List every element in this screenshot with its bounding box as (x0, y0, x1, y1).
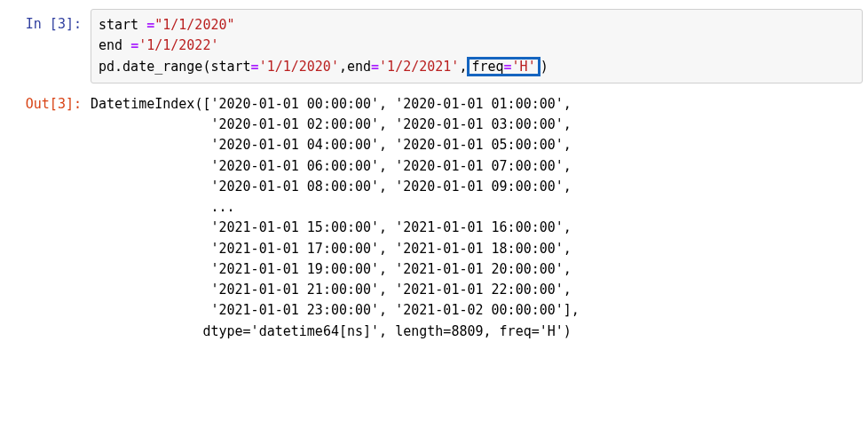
output-line: '2021-01-01 15:00:00', '2021-01-01 16:00… (91, 219, 572, 235)
notebook-cell-area: In [3]: start ="1/1/2020" end ='1/1/2022… (0, 0, 868, 362)
freq-argument-highlight: freq='H' (467, 57, 540, 77)
code-token-var: start (99, 17, 146, 33)
code-token-comma: , (459, 59, 467, 75)
code-token-eq: = (146, 17, 154, 33)
code-token-str: "1/1/2020" (154, 17, 234, 33)
output-line: '2021-01-01 17:00:00', '2021-01-01 18:00… (91, 241, 572, 257)
output-line: '2020-01-01 02:00:00', '2020-01-01 03:00… (91, 116, 572, 132)
output-line: '2020-01-01 04:00:00', '2020-01-01 05:00… (91, 137, 572, 153)
output-line: '2021-01-01 19:00:00', '2021-01-01 20:00… (91, 261, 572, 277)
output-line: ... (91, 199, 235, 215)
code-token-kw: freq (471, 59, 503, 75)
output-prompt: Out[3]: (5, 89, 91, 120)
code-token-close: ) (541, 59, 548, 75)
code-token-eq: = (371, 59, 379, 75)
code-line-2: end ='1/1/2022' (99, 37, 218, 53)
output-cell: Out[3]: DatetimeIndex(['2020-01-01 00:00… (5, 89, 863, 347)
code-line-1: start ="1/1/2020" (99, 17, 235, 33)
output-line: '2020-01-01 06:00:00', '2020-01-01 07:00… (91, 158, 572, 174)
output-line: '2021-01-01 23:00:00', '2021-01-02 00:00… (91, 302, 580, 318)
code-token-kw: ,end (339, 59, 371, 75)
code-token-str: '1/2/2021' (379, 59, 459, 75)
code-token-str: '1/1/2022' (138, 37, 218, 53)
code-token-call: pd.date_range(start (99, 59, 251, 75)
code-output-area: DatetimeIndex(['2020-01-01 00:00:00', '2… (91, 89, 863, 347)
output-line: '2021-01-01 21:00:00', '2021-01-01 22:00… (91, 282, 572, 298)
code-line-3: pd.date_range(start='1/1/2020',end='1/2/… (99, 59, 548, 75)
input-cell: In [3]: start ="1/1/2020" end ='1/1/2022… (5, 9, 863, 83)
code-token-eq: = (251, 59, 259, 75)
output-line: dtype='datetime64[ns]', length=8809, fre… (91, 323, 572, 339)
output-line: DatetimeIndex(['2020-01-01 00:00:00', '2… (91, 96, 572, 112)
code-token-eq: = (130, 37, 138, 53)
code-token-str: '1/1/2020' (259, 59, 339, 75)
input-prompt: In [3]: (5, 9, 91, 40)
code-input-area[interactable]: start ="1/1/2020" end ='1/1/2022' pd.dat… (91, 9, 863, 83)
code-token-eq: = (504, 59, 512, 75)
code-token-var: end (99, 37, 130, 53)
output-line: '2020-01-01 08:00:00', '2020-01-01 09:00… (91, 179, 572, 195)
code-token-str: 'H' (512, 59, 536, 75)
